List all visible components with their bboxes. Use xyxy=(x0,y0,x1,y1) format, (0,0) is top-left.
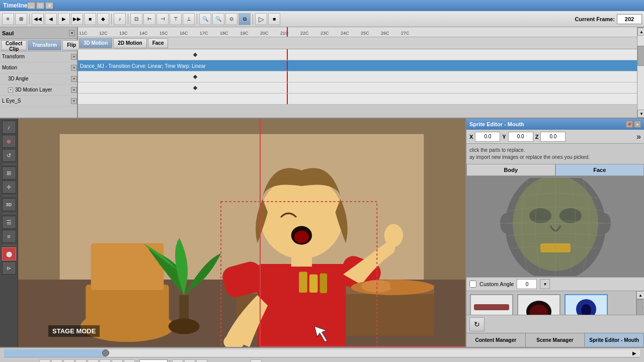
scroll-down-btn[interactable]: ▼ xyxy=(637,110,644,118)
scroll-track[interactable] xyxy=(637,36,644,110)
play-tool[interactable]: ⊳ xyxy=(2,261,16,275)
y-input[interactable] xyxy=(508,132,533,142)
sprite-scroll-thumb[interactable] xyxy=(636,299,643,315)
list-tool[interactable]: ☰ xyxy=(2,216,16,229)
minimize-button[interactable]: _ xyxy=(27,2,35,9)
move-tool[interactable]: ✛ xyxy=(2,180,16,194)
3dmotion-close-btn[interactable]: × xyxy=(71,87,77,93)
layers-tool[interactable]: ≡ xyxy=(2,230,16,243)
rewind-button[interactable]: ◀◀ xyxy=(32,13,44,25)
motion-close-btn[interactable]: × xyxy=(71,65,77,71)
refresh-button[interactable]: ↻ xyxy=(469,317,485,331)
pb-next-frame-btn[interactable]: |▶ xyxy=(100,359,111,362)
pb-next-btn[interactable]: ▶ xyxy=(112,359,123,362)
face-tab[interactable]: Face xyxy=(555,164,645,176)
out-point-button[interactable]: ⊣ xyxy=(156,13,169,25)
audio-button[interactable]: ♪ xyxy=(114,13,126,25)
bone-tool[interactable]: ⊕ xyxy=(2,135,16,148)
progress-fill xyxy=(4,349,106,357)
angle-input[interactable] xyxy=(517,279,537,289)
fast-forward-button[interactable]: ▶▶ xyxy=(71,13,83,25)
playback-controls: ◀◀ ▷ ■ ◀ ◀| |▶ ▶ ↺ ⚙ ⊞ 📷 ♪ xyxy=(0,357,644,362)
sprite-23-ah-i[interactable]: 23_Ah_I xyxy=(517,294,561,315)
zoom-out-button[interactable]: 🔍 xyxy=(212,13,224,25)
3dangle-keyframe xyxy=(193,74,197,78)
pb-audio-btn[interactable]: ♪ xyxy=(251,359,262,362)
3d-motion-btn[interactable]: 3D Motion xyxy=(79,38,112,48)
out-mark-button[interactable]: ⊥ xyxy=(183,13,195,25)
record-button[interactable]: ◆ xyxy=(97,13,109,25)
pb-settings-btn[interactable]: ⚙ xyxy=(172,359,183,362)
stop-button[interactable]: ■ xyxy=(84,13,96,25)
x-input[interactable] xyxy=(475,132,500,142)
progress-thumb[interactable] xyxy=(102,349,109,356)
scene-manager-tab[interactable]: Scene Manager xyxy=(526,333,585,347)
prev-frame-button[interactable]: ◀ xyxy=(45,13,57,25)
leyes-close-btn[interactable]: × xyxy=(71,98,77,104)
tracks-scrollbar[interactable]: ▲ ▼ xyxy=(637,27,644,118)
grid-button[interactable]: ⊞ xyxy=(15,13,27,25)
transform-tool[interactable]: ⊞ xyxy=(2,166,16,179)
record-tool[interactable]: ⬤ xyxy=(2,247,16,260)
3d-tool[interactable]: 3D xyxy=(2,198,16,211)
transform-track-content xyxy=(78,49,637,60)
window-controls: _ □ × xyxy=(27,2,53,9)
svg-point-14 xyxy=(294,231,309,243)
frame-range-button[interactable]: ⊡ xyxy=(130,13,142,25)
pb-stop-btn[interactable]: ■ xyxy=(63,359,74,362)
2d-motion-btn[interactable]: 2D Motion xyxy=(113,38,146,48)
custom-angle-checkbox[interactable] xyxy=(469,281,476,288)
progress-end-btn[interactable]: ▶ xyxy=(631,349,638,357)
scroll-thumb[interactable] xyxy=(637,46,644,66)
sprite-scroll-up[interactable]: ▲ xyxy=(636,291,644,299)
sprite-24-svg xyxy=(566,297,606,315)
content-manager-tab[interactable]: Content Manager xyxy=(466,333,526,347)
in-mark-button[interactable]: ⊤ xyxy=(170,13,182,25)
coord-bar: X Y Z » xyxy=(466,130,644,144)
transform-btn[interactable]: Transform xyxy=(28,40,61,50)
close-button[interactable]: × xyxy=(45,2,53,9)
sprite-22-svg xyxy=(471,297,512,315)
face-btn[interactable]: Face xyxy=(148,38,169,48)
expand-btn[interactable]: » xyxy=(636,132,641,141)
next-frame-button[interactable]: ▶ xyxy=(58,13,70,25)
scroll-up-btn[interactable]: ▲ xyxy=(637,28,644,36)
pb-grid-btn[interactable]: ⊞ xyxy=(184,359,195,362)
play-button[interactable]: ▷ xyxy=(255,13,267,25)
sprite-scroll-track[interactable] xyxy=(636,299,644,307)
pb-frame-display[interactable] xyxy=(139,359,168,362)
progress-track[interactable]: ▶ xyxy=(4,349,640,357)
pb-prev-btn[interactable]: ◀ xyxy=(75,359,87,362)
maximize-button[interactable]: □ xyxy=(36,2,44,9)
saul-close-btn[interactable]: × xyxy=(69,30,75,36)
pb-loop-btn[interactable]: ↺ xyxy=(124,359,135,362)
panel-pin-btn[interactable]: 📌 xyxy=(626,121,633,128)
loop-button[interactable]: ⧉ xyxy=(238,13,251,25)
3dangle-close-btn[interactable]: × xyxy=(71,76,77,82)
sprite-editor-mouth-tab[interactable]: Sprite Editor - Mouth xyxy=(585,333,644,347)
transform-close-btn[interactable]: × xyxy=(71,54,77,60)
panel-close-btn[interactable]: × xyxy=(634,121,641,128)
pb-camera-btn[interactable]: 📷 xyxy=(196,359,207,362)
z-input[interactable] xyxy=(540,132,566,142)
body-tab[interactable]: Body xyxy=(466,164,555,176)
ruler-num-8: 18C xyxy=(220,31,228,36)
rotate-tool[interactable]: ↺ xyxy=(2,149,16,162)
stop2-button[interactable]: ■ xyxy=(268,13,280,25)
3dmotion-expand-btn[interactable]: + xyxy=(8,87,13,93)
pb-play-btn[interactable]: ▷ xyxy=(51,359,62,362)
angle-dropdown-btn[interactable]: ▼ xyxy=(540,279,550,289)
leyes-track-content xyxy=(78,94,637,105)
current-frame-input[interactable] xyxy=(617,14,642,24)
pb-rewind-btn[interactable]: ◀◀ xyxy=(39,359,50,362)
sprite-22-normal[interactable]: 22_Normal xyxy=(469,294,514,315)
pb-prev-frame-btn[interactable]: ◀| xyxy=(88,359,99,362)
collect-clip-btn[interactable]: Collect Clip xyxy=(1,40,27,50)
sprite-24-oh[interactable]: 24_Oh xyxy=(564,294,608,315)
zoom-fit-button[interactable]: ⊙ xyxy=(225,13,237,25)
instruction-line1: click the parts to replace. xyxy=(469,147,641,154)
music-tool[interactable]: ♪ xyxy=(2,121,16,134)
menu-button[interactable]: ≡ xyxy=(2,13,14,25)
in-point-button[interactable]: ⊢ xyxy=(143,13,155,25)
zoom-in-button[interactable]: 🔍 xyxy=(199,13,211,25)
